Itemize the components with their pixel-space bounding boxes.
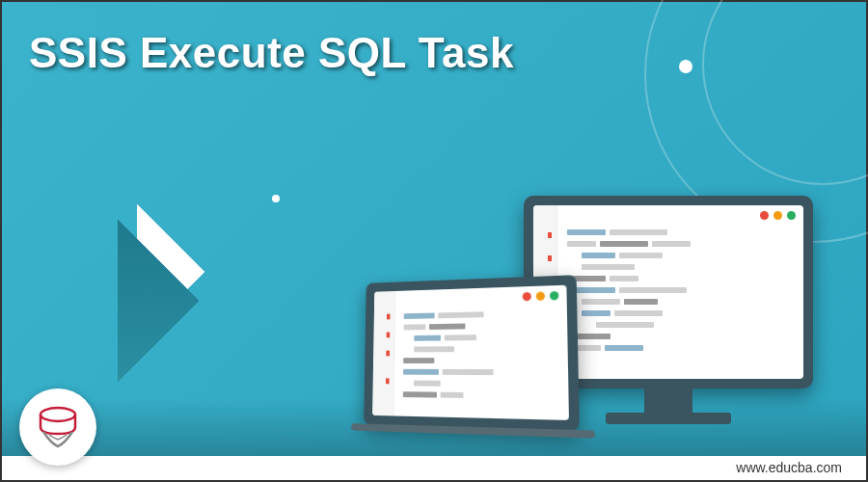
brand-icon-circle bbox=[19, 388, 96, 466]
code-content bbox=[567, 229, 794, 357]
decorative-dot bbox=[679, 60, 692, 73]
laptop-frame bbox=[364, 275, 580, 431]
monitor-base bbox=[606, 413, 731, 424]
close-dot-icon bbox=[760, 211, 769, 220]
banner-container: SSIS Execute SQL Task bbox=[0, 0, 868, 482]
svg-point-0 bbox=[41, 408, 75, 421]
banner-title: SSIS Execute SQL Task bbox=[29, 29, 514, 77]
monitor-stand bbox=[644, 388, 692, 413]
minimize-dot-icon bbox=[773, 211, 782, 220]
breakpoint-icon bbox=[387, 333, 391, 338]
close-dot-icon bbox=[523, 292, 531, 301]
code-content bbox=[403, 309, 558, 405]
code-gutter bbox=[372, 291, 395, 415]
window-controls bbox=[760, 211, 796, 220]
laptop-illustration bbox=[365, 273, 598, 456]
breakpoint-icon bbox=[387, 314, 391, 320]
website-url: www.educba.com bbox=[736, 460, 842, 475]
window-controls bbox=[523, 291, 559, 301]
laptop-screen-content bbox=[372, 285, 569, 420]
maximize-dot-icon bbox=[550, 291, 558, 300]
decorative-dot bbox=[272, 195, 280, 202]
breakpoint-icon bbox=[548, 255, 552, 261]
breakpoint-icon bbox=[548, 232, 552, 238]
minimize-dot-icon bbox=[536, 292, 545, 301]
breakpoint-icon bbox=[386, 378, 390, 384]
sql-server-database-icon bbox=[34, 403, 82, 451]
breakpoint-icon bbox=[386, 351, 390, 357]
maximize-dot-icon bbox=[787, 211, 796, 220]
